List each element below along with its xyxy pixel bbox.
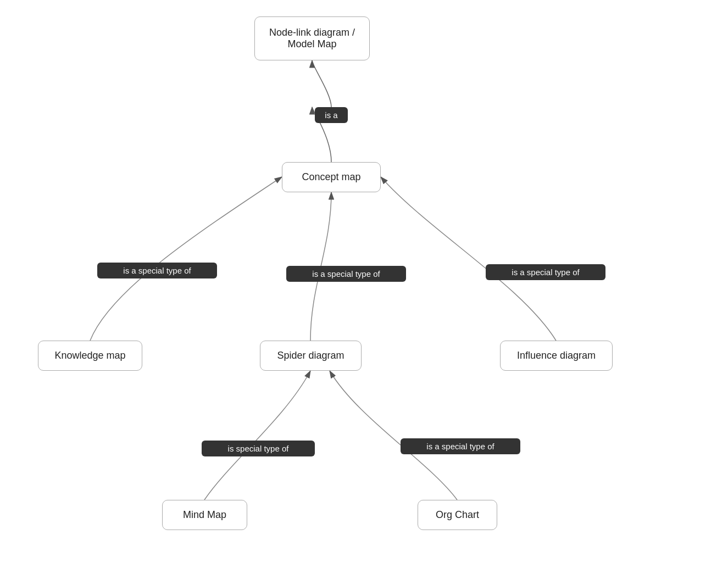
badge-is-a-special-type-org-chart: is a special type of <box>401 438 520 454</box>
badge-oc-label: is a special type of <box>426 442 494 451</box>
badge-is-special-type-mind-map: is special type of <box>202 441 315 456</box>
knowledge-map-label: Knowledge map <box>54 350 125 361</box>
spider-diagram-label: Spider diagram <box>277 350 344 361</box>
mind-map-label: Mind Map <box>183 509 226 521</box>
node-influence-diagram: Influence diagram <box>500 341 613 371</box>
badge-is-a-special-type-spider-diagram: is a special type of <box>286 266 406 282</box>
badge-is-a-special-type-knowledge-map: is a special type of <box>97 263 217 278</box>
connections-svg <box>0 0 728 585</box>
badge-id-label: is a special type of <box>512 268 579 277</box>
badge-is-a: is a <box>315 107 348 123</box>
node-link-label: Node-link diagram / Model Map <box>269 27 355 50</box>
diagram-container: Node-link diagram / Model Map Concept ma… <box>0 0 728 585</box>
node-spider-diagram: Spider diagram <box>260 341 362 371</box>
node-org-chart: Org Chart <box>418 500 497 530</box>
badge-is-a-special-type-influence-diagram: is a special type of <box>486 264 605 280</box>
badge-km-label: is a special type of <box>123 266 191 275</box>
badge-mm-label: is special type of <box>228 444 289 453</box>
concept-map-label: Concept map <box>302 171 360 183</box>
badge-sd-label: is a special type of <box>312 269 380 278</box>
node-node-link-diagram: Node-link diagram / Model Map <box>254 16 370 60</box>
node-mind-map: Mind Map <box>162 500 247 530</box>
org-chart-label: Org Chart <box>436 509 479 521</box>
node-concept-map: Concept map <box>282 162 381 192</box>
influence-diagram-label: Influence diagram <box>517 350 596 361</box>
is-a-label: is a <box>325 110 337 120</box>
node-knowledge-map: Knowledge map <box>38 341 142 371</box>
